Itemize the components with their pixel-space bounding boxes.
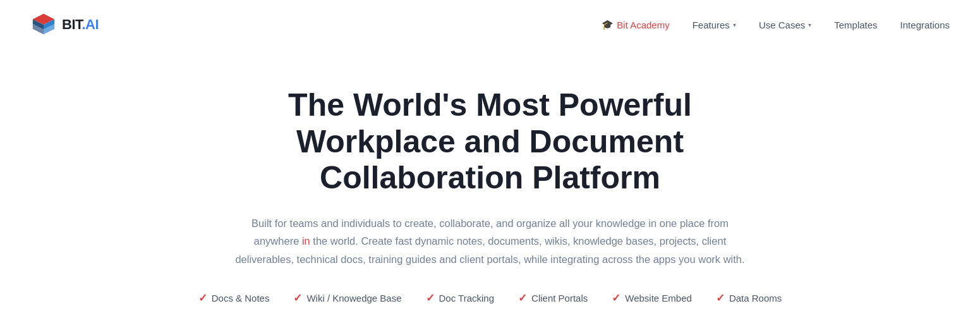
feature-docs-notes: ✓ Docs & Notes (198, 291, 270, 305)
features-row: ✓ Docs & Notes ✓ Wiki / Knowedge Base ✓ … (198, 291, 782, 305)
nav-integrations[interactable]: Integrations (900, 20, 950, 30)
feature-wiki: ✓ Wiki / Knowedge Base (293, 291, 401, 305)
hero-title: The World's Most Powerful Workplace and … (206, 87, 775, 197)
check-icon-6: ✓ (716, 291, 725, 305)
check-icon-5: ✓ (612, 291, 620, 305)
logo-icon (30, 11, 57, 38)
site-header: BIT.AI 🎓 Bit Academy Features ▾ Use Case… (0, 0, 980, 49)
mortarboard-icon: 🎓 (602, 19, 614, 30)
hero-subtitle: Built for teams and individuals to creat… (231, 214, 749, 269)
feature-label-5: Website Embed (625, 293, 692, 304)
chevron-down-icon: ▾ (733, 21, 736, 28)
logo-text: BIT.AI (62, 16, 99, 33)
feature-label-6: Data Rooms (729, 293, 782, 304)
check-icon-2: ✓ (293, 291, 302, 305)
main-nav: 🎓 Bit Academy Features ▾ Use Cases ▾ Tem… (602, 19, 950, 30)
highlight-word: in (302, 235, 310, 247)
feature-client-portals: ✓ Client Portals (518, 291, 588, 305)
feature-website-embed: ✓ Website Embed (612, 291, 692, 305)
check-icon-4: ✓ (518, 291, 527, 305)
feature-label-1: Docs & Notes (212, 293, 270, 304)
check-icon-3: ✓ (426, 291, 435, 305)
check-icon-1: ✓ (198, 291, 207, 305)
feature-label-4: Client Portals (531, 293, 588, 304)
feature-label-2: Wiki / Knowedge Base (306, 293, 401, 304)
nav-academy[interactable]: 🎓 Bit Academy (602, 19, 669, 30)
feature-doc-tracking: ✓ Doc Tracking (426, 291, 495, 305)
hero-section: The World's Most Powerful Workplace and … (0, 49, 980, 325)
feature-data-rooms: ✓ Data Rooms (716, 291, 782, 305)
chevron-down-icon-2: ▾ (808, 21, 811, 28)
nav-use-cases[interactable]: Use Cases ▾ (759, 20, 811, 30)
nav-templates[interactable]: Templates (834, 20, 877, 30)
logo[interactable]: BIT.AI (30, 11, 99, 38)
feature-label-3: Doc Tracking (439, 293, 495, 304)
nav-features[interactable]: Features ▾ (693, 20, 736, 30)
